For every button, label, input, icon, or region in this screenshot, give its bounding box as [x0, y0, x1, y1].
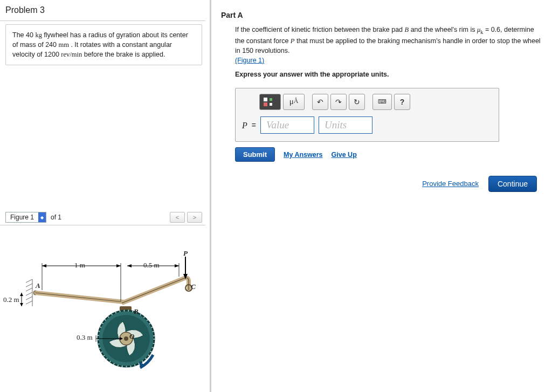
svg-rect-35	[264, 98, 267, 101]
figure-toolbar: Figure 1 ◆ of 1 < >	[0, 211, 205, 225]
answer-variable: P	[242, 119, 247, 132]
figure-canvas: P A B C O 1 m 0.5 m 0.2 m 0.3 m	[0, 225, 205, 392]
figure-dim-03m: 0.3 m	[77, 333, 93, 342]
svg-line-2	[26, 284, 32, 287]
prompt-seg-1: If the coefficient of kinetic friction b…	[235, 26, 405, 33]
help-icon: ?	[400, 97, 405, 107]
undo-button[interactable]: ↶	[312, 94, 328, 110]
svg-marker-25	[20, 303, 23, 306]
svg-rect-36	[264, 102, 267, 106]
figure-link[interactable]: (Figure 1)	[235, 57, 264, 64]
problem-description-text: The 40 kg flywheel has a radius of gyrat…	[12, 31, 188, 58]
special-chars-button[interactable]: μÅ	[283, 94, 305, 110]
instruction-text: Express your answer with the appropriate…	[235, 70, 542, 79]
svg-marker-24	[20, 293, 23, 296]
action-row: Submit My Answers Give Up	[235, 147, 542, 162]
svg-line-5	[26, 297, 32, 300]
right-pane: Part A If the coefficient of kinetic fri…	[211, 0, 552, 392]
submit-button[interactable]: Submit	[235, 147, 275, 162]
figure-selector-spinner-icon: ◆	[38, 212, 46, 222]
templates-button[interactable]	[259, 94, 281, 110]
svg-rect-38	[270, 103, 272, 106]
footer-row: Provide Feedback Continue	[235, 176, 542, 192]
svg-point-30	[124, 336, 128, 341]
give-up-link[interactable]: Give Up	[332, 150, 357, 160]
figure-count-text: of 1	[51, 214, 61, 221]
reset-icon: ↻	[354, 97, 360, 107]
prompt-seg-2: and the wheel's rim is	[409, 26, 477, 33]
part-title: Part A	[219, 3, 551, 25]
units-input[interactable]: Units	[319, 116, 372, 134]
figure-label-C: C	[191, 283, 196, 291]
undo-icon: ↶	[317, 97, 323, 107]
special-chars-label: μÅ	[289, 96, 299, 108]
part-prompt: If the coefficient of kinetic friction b…	[235, 25, 542, 56]
figure-prev-button[interactable]: <	[170, 212, 185, 223]
figure-label-A: A	[36, 281, 40, 290]
units-placeholder: Units	[325, 118, 347, 133]
answer-box: μÅ ↶ ↷ ↻ ⌨ ? P = Value Units	[235, 88, 499, 142]
svg-line-1	[26, 279, 32, 283]
left-pane: Problem 3 The 40 kg flywheel has a radiu…	[0, 0, 211, 392]
figure-illustration	[0, 225, 205, 387]
svg-rect-37	[270, 98, 272, 101]
svg-marker-22	[175, 264, 179, 267]
chevron-left-icon: <	[176, 214, 179, 221]
problem-description: The 40 kg flywheel has a radius of gyrat…	[5, 24, 202, 65]
part-body: If the coefficient of kinetic friction b…	[219, 25, 551, 192]
svg-line-3	[26, 288, 32, 291]
continue-label: Continue	[498, 180, 528, 188]
answer-input-row: P = Value Units	[236, 114, 499, 141]
svg-line-9	[36, 293, 124, 302]
value-placeholder: Value	[266, 118, 289, 133]
templates-icon	[263, 97, 278, 107]
prompt-mu-val: = 0.6	[483, 26, 500, 33]
figure-selector-label: Figure 1	[6, 212, 38, 222]
help-button[interactable]: ?	[394, 94, 410, 110]
svg-line-4	[26, 292, 32, 295]
value-input[interactable]: Value	[260, 116, 314, 134]
figure-dim-05m: 0.5 m	[143, 261, 160, 270]
svg-marker-18	[116, 264, 121, 267]
reset-button[interactable]: ↻	[349, 94, 365, 110]
my-answers-link[interactable]: My Answers	[284, 150, 322, 160]
keyboard-icon: ⌨	[378, 98, 387, 106]
redo-button[interactable]: ↷	[330, 94, 347, 110]
figure-label-P: P	[183, 249, 188, 258]
svg-line-6	[26, 301, 32, 304]
equals-sign: =	[252, 120, 256, 130]
problem-title: Problem 3	[0, 3, 205, 21]
keyboard-button[interactable]: ⌨	[372, 94, 392, 110]
svg-marker-21	[127, 264, 132, 267]
provide-feedback-link[interactable]: Provide Feedback	[422, 179, 479, 189]
prompt-mu: μk	[477, 26, 483, 33]
figure-section: Figure 1 ◆ of 1 < >	[0, 211, 205, 392]
figure-label-O: O	[129, 332, 134, 341]
submit-label: Submit	[243, 150, 267, 159]
figure-next-button[interactable]: >	[187, 212, 202, 223]
svg-marker-17	[42, 264, 46, 267]
answer-toolbar: μÅ ↶ ↷ ↻ ⌨ ?	[236, 88, 499, 114]
continue-button[interactable]: Continue	[488, 176, 537, 192]
figure-dim-02m: 0.2 m	[3, 295, 19, 304]
redo-icon: ↷	[335, 97, 342, 107]
figure-selector[interactable]: Figure 1 ◆	[5, 212, 46, 223]
figure-label-B: B	[134, 307, 139, 316]
figure-dim-1m: 1 m	[74, 261, 85, 270]
chevron-right-icon: >	[193, 214, 196, 221]
